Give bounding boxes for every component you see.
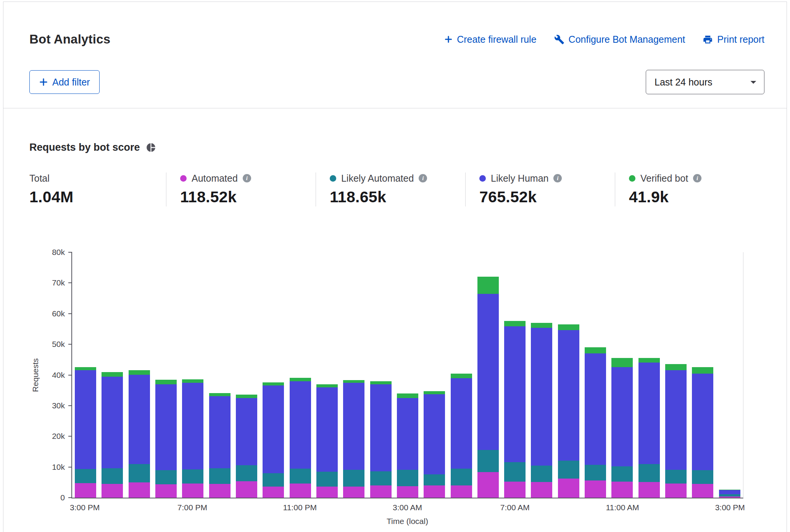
stacked-bar[interactable] (263, 252, 284, 498)
print-report-link[interactable]: Print report (703, 34, 764, 45)
bar-segment-likely-automated[interactable] (397, 470, 418, 486)
bar-segment-automated[interactable] (585, 480, 606, 498)
bar-segment-verified-bot[interactable] (236, 395, 257, 398)
stacked-bar[interactable] (558, 252, 579, 498)
bar-segment-likely-automated[interactable] (209, 468, 231, 484)
stacked-bar[interactable] (424, 252, 445, 498)
bar-segment-verified-bot[interactable] (424, 391, 445, 394)
bar-segment-verified-bot[interactable] (316, 384, 338, 388)
bar-segment-likely-automated[interactable] (263, 473, 284, 487)
stacked-bar[interactable] (638, 252, 660, 498)
bar-segment-automated[interactable] (665, 484, 687, 498)
stacked-bar[interactable] (343, 252, 364, 498)
bar-segment-automated[interactable] (638, 482, 660, 498)
bar-segment-likely-human[interactable] (665, 370, 687, 470)
bar-segment-verified-bot[interactable] (182, 379, 203, 383)
stacked-bar[interactable] (397, 252, 418, 498)
bar-segment-automated[interactable] (155, 484, 177, 498)
bar-segment-likely-automated[interactable] (665, 470, 687, 484)
bar-segment-likely-human[interactable] (558, 330, 579, 461)
bar-segment-automated[interactable] (424, 485, 445, 498)
stacked-bar[interactable] (692, 252, 713, 498)
bar-segment-likely-human[interactable] (585, 353, 606, 465)
bar-segment-verified-bot[interactable] (370, 381, 392, 384)
create-firewall-rule-link[interactable]: Create firewall rule (444, 34, 536, 45)
bar-segment-likely-human[interactable] (209, 396, 231, 468)
add-filter-button[interactable]: Add filter (29, 70, 100, 94)
bar-segment-likely-human[interactable] (129, 375, 150, 464)
bar-segment-verified-bot[interactable] (477, 277, 499, 294)
bar-segment-likely-automated[interactable] (102, 468, 123, 484)
stacked-bar[interactable] (504, 252, 526, 498)
bar-segment-likely-human[interactable] (182, 383, 203, 469)
time-range-select[interactable]: Last 24 hours (646, 70, 764, 94)
bar-segment-likely-automated[interactable] (638, 464, 660, 482)
stacked-bar[interactable] (290, 252, 311, 498)
bar-segment-verified-bot[interactable] (397, 393, 418, 398)
bar-segment-automated[interactable] (75, 483, 96, 498)
bar-segment-automated[interactable] (531, 482, 552, 498)
bar-segment-verified-bot[interactable] (638, 358, 660, 363)
bar-segment-likely-automated[interactable] (531, 466, 552, 482)
bar-segment-likely-automated[interactable] (236, 465, 257, 481)
bar-segment-automated[interactable] (692, 484, 713, 498)
bar-segment-automated[interactable] (102, 484, 123, 498)
bar-segment-verified-bot[interactable] (504, 321, 526, 326)
bar-segment-likely-automated[interactable] (451, 469, 472, 485)
bar-segment-likely-automated[interactable] (370, 471, 392, 485)
bar-segment-likely-human[interactable] (504, 326, 526, 462)
bar-segment-automated[interactable] (370, 485, 392, 498)
bar-segment-likely-human[interactable] (343, 383, 364, 469)
bar-segment-verified-bot[interactable] (531, 323, 552, 328)
bar-segment-verified-bot[interactable] (451, 374, 472, 379)
stacked-bar[interactable] (370, 252, 392, 498)
bar-segment-likely-human[interactable] (477, 294, 499, 450)
bar-segment-automated[interactable] (719, 497, 740, 498)
bar-segment-automated[interactable] (451, 485, 472, 498)
stacked-bar[interactable] (316, 252, 338, 498)
bar-segment-likely-automated[interactable] (155, 470, 177, 484)
bar-segment-likely-automated[interactable] (343, 470, 364, 487)
info-icon[interactable]: i (553, 174, 562, 182)
stacked-bar[interactable] (665, 252, 687, 498)
stacked-bar[interactable] (155, 252, 177, 498)
bar-segment-automated[interactable] (290, 484, 311, 498)
bar-segment-verified-bot[interactable] (155, 380, 177, 384)
bar-segment-automated[interactable] (236, 481, 257, 498)
bar-segment-likely-human[interactable] (102, 377, 123, 468)
bar-segment-automated[interactable] (477, 472, 499, 498)
stacked-bar[interactable] (209, 252, 231, 498)
stacked-bar[interactable] (75, 252, 96, 498)
bar-segment-automated[interactable] (558, 479, 579, 498)
stacked-bar[interactable] (451, 252, 472, 498)
bar-segment-verified-bot[interactable] (585, 347, 606, 353)
bar-segment-likely-human[interactable] (424, 394, 445, 474)
bar-segment-automated[interactable] (263, 487, 284, 498)
bar-segment-verified-bot[interactable] (102, 372, 123, 377)
bar-segment-automated[interactable] (397, 486, 418, 498)
bar-segment-likely-human[interactable] (236, 398, 257, 465)
bar-segment-likely-human[interactable] (611, 367, 633, 466)
bar-segment-likely-human[interactable] (451, 378, 472, 468)
bar-segment-verified-bot[interactable] (290, 378, 311, 381)
bar-segment-likely-human[interactable] (155, 384, 177, 470)
stacked-bar[interactable] (477, 252, 499, 498)
bar-segment-verified-bot[interactable] (611, 358, 633, 367)
configure-bot-management-link[interactable]: Configure Bot Management (554, 34, 685, 45)
bar-segment-likely-human[interactable] (531, 328, 552, 466)
bar-segment-likely-human[interactable] (75, 370, 96, 469)
bar-segment-likely-automated[interactable] (558, 461, 579, 479)
stacked-bar[interactable] (719, 252, 740, 498)
bar-segment-likely-human[interactable] (370, 384, 392, 471)
bar-segment-likely-automated[interactable] (316, 472, 338, 487)
stacked-bar[interactable] (182, 252, 203, 498)
bar-segment-likely-human[interactable] (290, 381, 311, 469)
bar-segment-automated[interactable] (343, 487, 364, 498)
stacked-bar[interactable] (236, 252, 257, 498)
bar-segment-likely-human[interactable] (692, 374, 713, 470)
bar-segment-verified-bot[interactable] (209, 393, 231, 396)
bar-segment-likely-automated[interactable] (424, 474, 445, 485)
bar-segment-likely-automated[interactable] (129, 464, 150, 482)
bar-segment-likely-automated[interactable] (182, 469, 203, 484)
bar-segment-automated[interactable] (129, 482, 150, 498)
